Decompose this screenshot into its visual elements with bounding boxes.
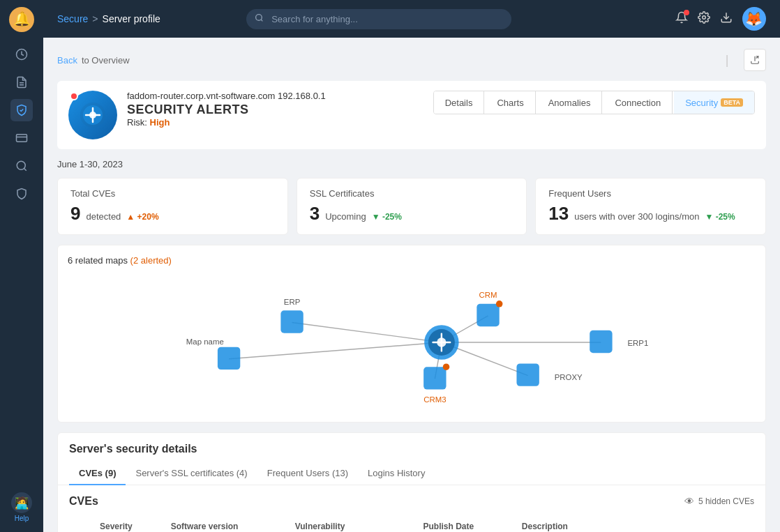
header: Secure > Server profile 🦊 — [43, 0, 780, 38]
search-input[interactable] — [246, 9, 511, 29]
tab-security[interactable]: SecurityBETA — [674, 91, 754, 114]
sidebar-item-discover[interactable] — [10, 155, 33, 177]
profile-title: SECURITY ALERTS — [127, 102, 423, 117]
svg-point-38 — [443, 363, 450, 370]
sidebar-item-dashboard[interactable] — [10, 43, 33, 66]
security-tab-logins[interactable]: Logins History — [358, 462, 435, 485]
svg-rect-33 — [590, 330, 612, 353]
map-header: 6 related maps (2 alerted) — [68, 255, 756, 266]
svg-rect-35 — [218, 347, 240, 370]
sidebar-item-compliance[interactable] — [10, 183, 33, 205]
map-alerted-text: (2 alerted) — [130, 255, 172, 266]
cve-table: Severity Software version Vulnerability … — [69, 516, 754, 532]
risk-value: High — [150, 117, 170, 128]
stat-label-cves: Total CVEs — [70, 188, 275, 199]
security-tab-cves[interactable]: CVEs (9) — [69, 462, 126, 485]
svg-text:CRM: CRM — [479, 291, 497, 299]
back-link[interactable]: Back — [57, 55, 77, 66]
map-canvas[interactable]: ERP CRM ERP1 Map name CRM3 — [68, 273, 756, 412]
stat-number-users: 13 — [548, 203, 569, 225]
stat-value-cves: 9 detected ▲ +20% — [70, 203, 275, 225]
profile-risk: Risk: High — [127, 117, 423, 128]
header-actions: 🦊 — [675, 7, 766, 31]
sidebar-item-help[interactable]: 🧑‍💻 Help — [10, 489, 33, 525]
svg-text:ERP: ERP — [284, 298, 300, 306]
tab-charts[interactable]: Charts — [486, 91, 535, 114]
stat-change-ssl: ▼ -25% — [372, 212, 402, 222]
stat-value-users: 13 users with over 300 logins/mon ▼ -25% — [548, 203, 753, 225]
svg-point-31 — [496, 301, 503, 307]
stat-desc-cves: detected — [86, 211, 121, 222]
search-icon — [255, 13, 264, 24]
sidebar-item-security[interactable] — [10, 99, 33, 121]
breadcrumb: Secure > Server profile — [57, 13, 160, 24]
sidebar-item-reports[interactable] — [10, 71, 33, 93]
stat-change-users: ▼ -25% — [705, 212, 735, 222]
tab-anomalies[interactable]: Anomalies — [537, 91, 603, 114]
tab-details[interactable]: Details — [434, 91, 485, 114]
notifications-icon[interactable] — [675, 11, 688, 27]
table-header-row: Severity Software version Vulnerability … — [69, 516, 754, 532]
stat-desc-users: users with over 300 logins/mon — [574, 211, 699, 222]
svg-rect-28 — [280, 310, 303, 333]
user-avatar[interactable]: 🦊 — [742, 7, 766, 31]
main-area: Secure > Server profile 🦊 — [43, 0, 780, 532]
stat-desc-ssl: Upcoming — [325, 211, 366, 222]
search-bar — [246, 9, 511, 29]
svg-rect-30 — [477, 304, 499, 326]
hidden-cves-label: 5 hidden CVEs — [698, 496, 754, 506]
eye-icon: 👁 — [684, 496, 694, 507]
stat-number-ssl: 3 — [310, 203, 320, 225]
th-severity: Severity — [93, 516, 164, 532]
alert-dot — [70, 92, 78, 100]
svg-point-13 — [703, 15, 706, 19]
beta-badge: BETA — [721, 98, 743, 107]
download-icon[interactable] — [720, 11, 733, 27]
svg-point-27 — [437, 337, 446, 347]
sidebar-item-billing[interactable] — [10, 127, 33, 149]
settings-icon[interactable] — [698, 11, 710, 27]
top-bar: Back to Overview | — [57, 49, 766, 71]
th-checkbox — [69, 516, 93, 532]
profile-section: faddom-router.corp.vnt-software.com 192.… — [57, 81, 766, 149]
breadcrumb-link[interactable]: Secure — [57, 13, 88, 24]
profile-hostname: faddom-router.corp.vnt-software.com 192.… — [127, 91, 423, 101]
svg-text:🔔: 🔔 — [13, 10, 31, 27]
security-detail-tabs: CVEs (9) Server's SSL certificates (4) F… — [58, 462, 765, 485]
app-logo[interactable]: 🔔 — [9, 7, 34, 32]
sidebar: 🔔 🧑‍💻 Help — [0, 0, 43, 532]
svg-rect-5 — [17, 135, 27, 142]
svg-text:Map name: Map name — [186, 337, 224, 346]
stat-number-cves: 9 — [70, 203, 80, 225]
svg-text:ERP1: ERP1 — [628, 339, 649, 347]
stat-value-ssl: 3 Upcoming ▼ -25% — [310, 203, 514, 225]
separator-icon: | — [716, 49, 738, 71]
export-icon[interactable] — [744, 49, 766, 71]
tab-connection[interactable]: Connection — [603, 91, 673, 114]
th-publish-date: Publish Date — [416, 516, 514, 532]
stat-card-ssl: SSL Certificates 3 Upcoming ▼ -25% — [297, 178, 527, 235]
cve-title: CVEs — [69, 495, 98, 508]
cve-header: CVEs 👁 5 hidden CVEs — [69, 495, 754, 508]
profile-info: faddom-router.corp.vnt-software.com 192.… — [127, 91, 423, 128]
th-action — [728, 516, 754, 532]
svg-rect-40 — [516, 363, 539, 386]
breadcrumb-separator: > — [92, 13, 98, 24]
security-tab-users[interactable]: Frequent Users (13) — [257, 462, 358, 485]
security-tab-ssl[interactable]: Server's SSL certificates (4) — [126, 462, 257, 485]
svg-line-12 — [261, 20, 262, 21]
svg-line-22 — [229, 342, 442, 359]
sidebar-bottom: 🧑‍💻 Help — [10, 489, 33, 525]
security-details-title: Server's security details — [58, 433, 765, 462]
stat-label-users: Frequent Users — [548, 188, 753, 199]
profile-tabs: Details Charts Anomalies Connection Secu… — [433, 91, 755, 114]
cve-section: CVEs 👁 5 hidden CVEs Severity Software v… — [58, 485, 765, 532]
hidden-cves-button[interactable]: 👁 5 hidden CVEs — [684, 496, 754, 507]
svg-text:CRM3: CRM3 — [423, 395, 446, 404]
svg-rect-37 — [423, 367, 446, 389]
svg-line-19 — [292, 322, 442, 342]
svg-line-8 — [24, 168, 26, 170]
breadcrumb-current: Server profile — [103, 13, 160, 24]
svg-point-11 — [256, 15, 262, 21]
map-header-text: 6 related maps — [68, 255, 130, 266]
